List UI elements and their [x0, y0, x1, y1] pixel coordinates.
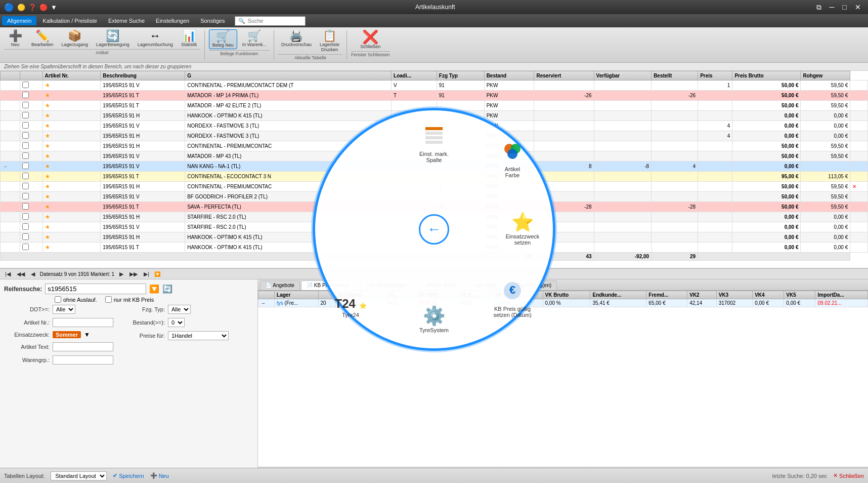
dcol-fremd[interactable]: Fremd... — [646, 291, 687, 299]
col-preis-brutto[interactable]: Preis Brutto — [732, 71, 801, 80]
btn-in-warenk[interactable]: 🛒 In Warenk... — [239, 29, 270, 49]
nav-next[interactable]: ▶ — [118, 271, 124, 277]
einsatzzweck-tag[interactable]: Sommer — [53, 331, 81, 338]
radial-tyresystem[interactable]: ⚙️ TyreSystem — [414, 307, 454, 333]
nur-mit-kb-preis-check[interactable]: nur mit KB Preis — [105, 296, 154, 303]
cell-checkbox[interactable] — [20, 80, 42, 91]
btn-lagerbewegung[interactable]: 🔄 LagerBewegung — [93, 29, 133, 48]
col-verfugbar[interactable]: Verfügbar — [594, 71, 652, 80]
artikel-nr-input[interactable] — [53, 318, 113, 327]
col-loading[interactable]: Loadi... — [392, 71, 437, 80]
btn-lagerzugang[interactable]: 📦 Lagerzugang — [59, 29, 92, 48]
cell-checkbox[interactable] — [20, 91, 42, 101]
dcol-vk2[interactable]: VK2 — [687, 291, 716, 299]
btn-lagerumbuchung[interactable]: ↔️ Lagerumbuchung — [135, 29, 176, 48]
dcol-endkunde[interactable]: Endkunde... — [590, 291, 646, 299]
cell-checkbox[interactable] — [20, 202, 42, 212]
radial-back-btn[interactable]: ← — [419, 214, 449, 245]
maximize-btn[interactable]: □ — [840, 3, 850, 12]
menu-einstellungen[interactable]: Einstellungen — [151, 16, 194, 25]
restore-btn[interactable]: ⧉ — [813, 3, 824, 12]
radial-tyre24[interactable]: T24 ⭐ Tyre24 — [330, 298, 371, 318]
cell-checkbox[interactable] — [20, 111, 42, 121]
cell-checkbox[interactable] — [20, 172, 42, 182]
dcol-vk5[interactable]: VK5 — [784, 291, 815, 299]
btn-lagerliste[interactable]: 📋 LagerlisteDrucken — [317, 29, 342, 53]
col-artikel-nr[interactable]: Artikel Nr. — [42, 71, 101, 80]
btn-bearbeiten[interactable]: ✏️ Bearbeiten — [28, 29, 57, 48]
dot-select[interactable]: Alle — [53, 305, 75, 314]
btn-beleg-neu[interactable]: 🛒 Beleg Neu — [209, 29, 237, 49]
dcol-vkbrutto[interactable]: VK Brutto — [543, 291, 590, 299]
search-refresh-icon[interactable]: 🔄 — [162, 284, 172, 294]
speichern-btn[interactable]: ✔ Speichern — [113, 472, 144, 479]
cell-checkbox[interactable] — [20, 192, 42, 202]
footer-close-btn[interactable]: ✕ Schließen — [833, 472, 864, 479]
close-btn[interactable]: ✕ — [852, 3, 864, 12]
einsatzzweck-dropdown-icon[interactable]: ▼ — [84, 331, 90, 338]
reifensuche-input[interactable] — [45, 284, 146, 294]
fzg-typ-select[interactable]: Alle — [168, 305, 191, 314]
col-reserviert[interactable]: Reserviert — [534, 71, 594, 80]
artikel-text-input[interactable] — [53, 342, 113, 351]
btn-lagerumbuchung-label: Lagerumbuchung — [138, 42, 173, 47]
nav-first[interactable]: |◀ — [4, 271, 12, 277]
col-bestand[interactable]: Bestand — [484, 71, 534, 80]
preise-fur-select[interactable]: 1Handel — [168, 331, 229, 340]
cell-checkbox[interactable] — [20, 151, 42, 162]
dcol-vk3[interactable]: VK3 — [716, 291, 753, 299]
col-bestellt[interactable]: Bestellt — [652, 71, 698, 80]
table-row[interactable]: ★ 195/65R15 91 T MATADOR - MP 14 PRIMA (… — [1, 91, 868, 101]
tab-angebote[interactable]: 📄 Angebote — [260, 280, 300, 290]
col-preis[interactable]: Preis — [698, 71, 732, 80]
table-row[interactable]: ★ 195/65R15 91 V CONTINENTAL - PREMIUMCO… — [1, 80, 868, 91]
dcol-importda[interactable]: ImportDa... — [815, 291, 868, 299]
cell-checkbox[interactable] — [20, 243, 42, 253]
menu-externe-suche[interactable]: Externe Suche — [103, 16, 150, 25]
footer-neu-btn[interactable]: ➕ Neu — [150, 472, 169, 479]
search-input[interactable] — [247, 18, 302, 24]
warengrp-input[interactable] — [53, 355, 113, 365]
btn-schliessen[interactable]: ❌ Schließen — [357, 29, 383, 50]
col-rohgew[interactable]: Rohgew — [801, 71, 850, 80]
menu-sonstiges[interactable]: Sonstiges — [195, 16, 230, 25]
nav-last[interactable]: ▶| — [143, 271, 150, 277]
bestand-select[interactable]: 0 — [168, 318, 185, 327]
cell-checkbox[interactable] — [20, 141, 42, 151]
cell-checkbox[interactable] — [20, 212, 42, 222]
cell-checkbox[interactable] — [20, 101, 42, 111]
cell-checkbox[interactable] — [20, 222, 42, 232]
minimize-btn[interactable]: ─ — [827, 3, 838, 12]
btn-druckvorschau[interactable]: 🖨️ Druckvorschau — [278, 29, 315, 53]
radial-einsatzzweck[interactable]: ⭐ Einsatzzwecksetzen — [502, 213, 543, 246]
nav-next-far[interactable]: ▶▶ — [128, 271, 139, 277]
nav-prev-far[interactable]: ◀◀ — [16, 271, 26, 277]
nav-prev[interactable]: ◀ — [30, 271, 36, 277]
layout-select[interactable]: Standard Layout — [51, 471, 107, 480]
cell-rohgew — [850, 121, 868, 131]
ohne-auslauf-check[interactable]: ohne Auslauf. — [55, 296, 97, 303]
radial-kb-preis[interactable]: € KB Preis gültigsetzen (Datum) — [492, 280, 533, 318]
btn-statistik[interactable]: 📊 Statistik — [178, 29, 200, 48]
cell-checkbox[interactable] — [20, 232, 42, 243]
search-box[interactable]: 🔍 — [235, 16, 306, 26]
btn-lagerbewegung-label: LagerBewegung — [96, 42, 129, 47]
search-down-icon[interactable]: 🔽 — [149, 284, 159, 294]
radial-menu[interactable]: Einst. mark.Spalte ArtikelFarbe ⭐ Einsat… — [313, 108, 555, 351]
cell-checkbox[interactable] — [20, 121, 42, 131]
cell-checkbox[interactable] — [20, 182, 42, 192]
menu-allgemein[interactable]: Allgemein — [2, 16, 36, 25]
einsatzzweck-row: Einsatzzweck: Sommer ▼ — [4, 331, 113, 338]
cell-preis-brutto: 59,50 € — [801, 141, 850, 151]
radial-artikel-farbe[interactable]: ArtikelFarbe — [492, 141, 533, 178]
col-fzg-typ[interactable]: Fzg Typ — [437, 71, 484, 80]
col-beschreibung[interactable]: Beschreibung — [101, 71, 185, 80]
cell-checkbox[interactable] — [20, 162, 42, 172]
menu-kalkulation[interactable]: Kalkulation / Preisliste — [37, 16, 102, 25]
col-g[interactable]: G — [185, 71, 392, 80]
dcol-vk4[interactable]: VK4 — [753, 291, 784, 299]
dcol-lager[interactable]: Lager — [275, 291, 318, 299]
radial-einst-mark[interactable]: Einst. mark.Spalte — [414, 126, 454, 163]
btn-neu[interactable]: ➕ Neu — [4, 29, 26, 48]
cell-checkbox[interactable] — [20, 131, 42, 141]
